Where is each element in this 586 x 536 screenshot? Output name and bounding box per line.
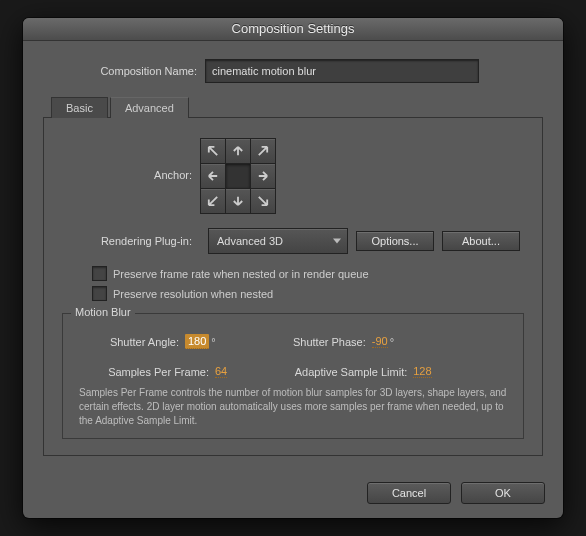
shutter-angle-value[interactable]: 180 — [185, 334, 209, 349]
shutter-angle-label: Shutter Angle: — [79, 336, 179, 348]
anchor-w[interactable] — [200, 163, 226, 189]
motion-blur-description: Samples Per Frame controls the number of… — [79, 386, 507, 428]
comp-name-label: Composition Name: — [77, 65, 197, 77]
dialog-footer: Cancel OK — [23, 470, 563, 518]
motion-blur-legend: Motion Blur — [71, 306, 135, 318]
anchor-e[interactable] — [250, 163, 276, 189]
tab-basic[interactable]: Basic — [51, 97, 108, 118]
cancel-button[interactable]: Cancel — [367, 482, 451, 504]
comp-name-input[interactable] — [205, 59, 479, 83]
preserve-framerate-checkbox[interactable] — [92, 266, 107, 281]
samples-per-frame-label: Samples Per Frame: — [79, 366, 209, 378]
preserve-resolution-checkbox[interactable] — [92, 286, 107, 301]
preserve-framerate-label: Preserve frame rate when nested or in re… — [113, 268, 369, 280]
samples-per-frame-value[interactable]: 64 — [215, 365, 227, 378]
options-button[interactable]: Options... — [356, 231, 434, 251]
preserve-resolution-label: Preserve resolution when nested — [113, 288, 273, 300]
adaptive-limit-value[interactable]: 128 — [413, 365, 431, 378]
ok-button[interactable]: OK — [461, 482, 545, 504]
anchor-center[interactable] — [225, 163, 251, 189]
advanced-panel: Anchor: Rendering Plug-in: Advanced 3D — [43, 117, 543, 456]
anchor-sw[interactable] — [200, 188, 226, 214]
anchor-label: Anchor: — [62, 169, 192, 181]
anchor-n[interactable] — [225, 138, 251, 164]
tab-advanced[interactable]: Advanced — [110, 97, 189, 118]
adaptive-limit-label: Adaptive Sample Limit: — [247, 366, 407, 378]
rendering-plugin-select[interactable]: Advanced 3D — [208, 228, 348, 254]
anchor-nw[interactable] — [200, 138, 226, 164]
content-area: Composition Name: Basic Advanced Anchor: — [23, 41, 563, 470]
anchor-s[interactable] — [225, 188, 251, 214]
degree-icon-2: ° — [390, 336, 394, 348]
rendering-plugin-value: Advanced 3D — [217, 235, 283, 247]
composition-settings-window: Composition Settings Composition Name: B… — [23, 18, 563, 518]
rendering-label: Rendering Plug-in: — [62, 235, 192, 247]
window-title: Composition Settings — [23, 18, 563, 41]
anchor-grid — [200, 138, 274, 212]
about-button[interactable]: About... — [442, 231, 520, 251]
shutter-phase-value[interactable]: -90 — [372, 335, 388, 348]
tab-bar: Basic Advanced — [51, 97, 543, 118]
degree-icon: ° — [211, 336, 215, 348]
shutter-phase-label: Shutter Phase: — [246, 336, 366, 348]
anchor-se[interactable] — [250, 188, 276, 214]
anchor-ne[interactable] — [250, 138, 276, 164]
motion-blur-fieldset: Motion Blur Shutter Angle: 180 ° Shutter… — [62, 313, 524, 439]
